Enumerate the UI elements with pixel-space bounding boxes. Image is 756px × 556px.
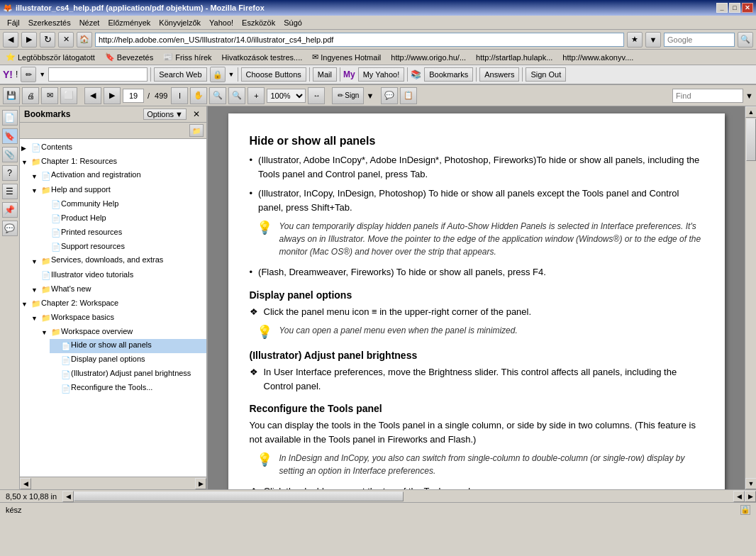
pdf-zoom-in-button[interactable]: + [248, 87, 265, 104]
pdf-print-button[interactable]: 🖨 [22, 87, 39, 104]
menu-history[interactable]: Előzmények [104, 17, 155, 28]
menu-yahoo[interactable]: Yahoo! [205, 17, 238, 28]
sidebar-clip-icon[interactable]: 📌 [2, 202, 18, 218]
bookmark-most-visited[interactable]: ⭐ Legtöbbször látogatott [3, 52, 98, 62]
yahoo-edit-button[interactable]: ✏ [21, 67, 36, 82]
bookmark-akonyv[interactable]: http://www.akonyv.... [560, 52, 636, 62]
tree-item-help-support[interactable]: ▼ 📁 Help and support [30, 183, 206, 197]
pdf-sign-button[interactable]: ✏ Sign [332, 87, 364, 104]
pdf-zoom-select[interactable]: 100% 75% 150% [267, 89, 306, 103]
tree-container[interactable]: ▶ 📄 Contents ▼ 📁 Chapter 1: Resources ▼ … [20, 139, 206, 477]
panel-tool-button[interactable]: 📁 [189, 124, 204, 137]
stop-button[interactable]: ✕ [58, 32, 74, 48]
right-scrollbar[interactable]: ▲ ▼ [745, 106, 756, 489]
tree-item-reconfigure-tools[interactable]: 📄 Reconfigure the Tools... [50, 382, 206, 396]
tree-item-ch1[interactable]: ▼ 📁 Chapter 1: Resources [20, 155, 206, 169]
bookmark-hotmail[interactable]: ✉ Ingyenes Hotmail [309, 52, 384, 62]
back-button[interactable]: ◀ [3, 32, 18, 48]
scroll-down-button[interactable]: ▼ [745, 478, 756, 489]
tree-item-display-panel-options[interactable]: 📄 Display panel options [50, 353, 206, 367]
tree-item-printed-resources[interactable]: 📄 Printed resources [40, 226, 206, 240]
menu-bookmarks[interactable]: Könyvjelzők [155, 17, 205, 28]
menu-tools[interactable]: Eszközök [238, 17, 279, 28]
pdf-content-area[interactable]: Hide or show all panels • (Illustrator, … [208, 106, 745, 489]
bookmark-star[interactable]: ★ [627, 32, 643, 48]
bottom-hscroll-left[interactable]: ◀ [62, 491, 74, 502]
bottom-hscroll-right2[interactable]: ▶ [745, 491, 756, 502]
sidebar-page-icon[interactable]: 📄 [2, 110, 18, 126]
pdf-cursor-button[interactable]: I [171, 87, 188, 104]
panel-options-button[interactable]: Options ▼ [143, 109, 187, 120]
close-button[interactable]: ✕ [742, 3, 753, 13]
pdf-prev-button[interactable]: ◀ [84, 87, 101, 104]
tree-item-workspace-basics[interactable]: ▼ 📁 Workspace basics [30, 311, 206, 325]
reload-button[interactable]: ↻ [40, 32, 55, 48]
tree-item-activation[interactable]: ▼ 📄 Activation and registration [30, 169, 206, 183]
menu-edit[interactable]: Szerkesztés [24, 17, 75, 28]
answers-button[interactable]: Answers [479, 67, 519, 82]
mail-button[interactable]: Mail [313, 67, 337, 82]
panel-hscroll[interactable]: ◀ ▶ [20, 477, 206, 489]
tree-item-product-help[interactable]: 📄 Product Help [40, 211, 206, 226]
bookmark-friss[interactable]: 📰 Friss hírek [160, 52, 214, 62]
bottom-hscroll-track[interactable] [74, 491, 733, 501]
pdf-find-input[interactable] [672, 89, 743, 103]
pdf-email-button[interactable]: ✉ [41, 87, 58, 104]
pdf-tool2-button[interactable]: 📋 [400, 87, 417, 104]
choose-buttons-button[interactable]: Choose Buttons [241, 67, 306, 82]
scroll-up-button[interactable]: ▲ [745, 106, 756, 118]
pdf-hand-button[interactable]: ✋ [190, 87, 207, 104]
bookmark-origo[interactable]: http://www.origo.hu/... [388, 52, 469, 62]
sidebar-layers-icon[interactable]: ☰ [2, 184, 18, 199]
home-button[interactable]: 🏠 [77, 32, 92, 48]
search-options-button[interactable]: 🔒 [210, 67, 226, 82]
pdf-collaborate-button[interactable]: 💬 [381, 87, 398, 104]
pdf-fit-button[interactable]: ↔ [308, 87, 325, 104]
bookmark-startlap[interactable]: http://startlap.hulapk... [473, 52, 555, 62]
tree-item-community-help[interactable]: 📄 Community Help [40, 197, 206, 211]
menu-file[interactable]: Fájl [3, 17, 24, 28]
tree-item-workspace-overview[interactable]: ▼ 📁 Workspace overview [40, 325, 206, 339]
menu-view[interactable]: Nézet [75, 17, 104, 28]
pdf-page-input[interactable] [123, 89, 144, 103]
tree-item-services[interactable]: ▼ 📁 Services, downloads, and extras [30, 254, 206, 268]
maximize-button[interactable]: □ [729, 3, 740, 13]
sidebar-bookmarks-icon[interactable]: 🔖 [2, 128, 18, 144]
tree-item-whats-new[interactable]: ▼ 📁 What's new [30, 282, 206, 296]
forward-button[interactable]: ▶ [21, 32, 37, 48]
tree-item-contents[interactable]: ▶ 📄 Contents [20, 140, 206, 155]
panel-close-button[interactable]: ✕ [191, 109, 202, 119]
bottom-hscroll-thumb[interactable] [74, 491, 404, 501]
tree-item-support-resources[interactable]: 📄 Support resources [40, 240, 206, 254]
bookmark-bevezetés[interactable]: 🔖 Bevezetés [102, 52, 156, 62]
tree-item-video-tutorials[interactable]: 📄 Illustrator video tutorials [30, 268, 206, 282]
hscroll-left-button[interactable]: ◀ [20, 478, 31, 489]
bottom-hscroll-right1[interactable]: ◀ [733, 491, 745, 502]
pdf-tool1-button[interactable]: ⬜ [60, 87, 77, 104]
yahoo-search-input[interactable] [48, 67, 148, 82]
bookmark-arrow[interactable]: ▼ [645, 32, 661, 48]
pdf-save-button[interactable]: 💾 [3, 87, 20, 104]
menu-help[interactable]: Súgó [279, 17, 306, 28]
my-yahoo-button[interactable]: My Yahoo! [358, 67, 405, 82]
scroll-thumb[interactable] [746, 118, 756, 161]
address-input[interactable] [95, 33, 624, 47]
sign-out-button[interactable]: Sign Out [526, 67, 566, 82]
tree-item-hide-show-panels[interactable]: 📄 Hide or show all panels [50, 339, 206, 353]
hscroll-right-button[interactable]: ▶ [195, 478, 206, 489]
status-icon[interactable]: 🔒 [740, 505, 750, 515]
bookmarks-button[interactable]: Bookmarks [424, 67, 473, 82]
hscroll-track[interactable] [31, 478, 195, 489]
sidebar-comment-icon[interactable]: 💬 [2, 221, 18, 236]
tree-item-adjust-brightness[interactable]: 📄 (Illustrator) Adjust panel brightness [50, 367, 206, 382]
minimize-button[interactable]: _ [716, 3, 728, 13]
search-go-button[interactable]: 🔍 [738, 32, 753, 48]
sidebar-attach-icon[interactable]: 📎 [2, 147, 18, 162]
bookmark-hivatkozasok[interactable]: Hivatkozások testres.... [219, 52, 306, 62]
tree-item-ch2[interactable]: ▼ 📁 Chapter 2: Workspace [20, 296, 206, 311]
search-web-button[interactable]: Search Web [154, 67, 206, 82]
search-input[interactable] [664, 33, 735, 47]
pdf-next-button[interactable]: ▶ [104, 87, 121, 104]
sidebar-question-icon[interactable]: ? [2, 165, 18, 181]
pdf-zoom-in-select[interactable]: 🔍 [209, 87, 226, 104]
